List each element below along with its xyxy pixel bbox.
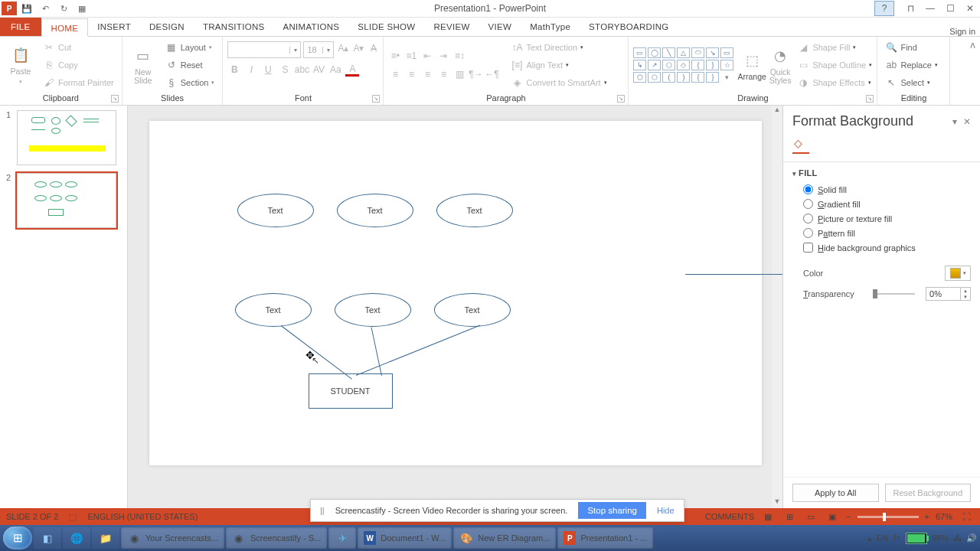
help-icon[interactable]: ? (874, 1, 894, 16)
start-slideshow-icon[interactable]: ▦ (74, 1, 90, 16)
underline-button[interactable]: U (261, 63, 275, 77)
gradient-fill-option[interactable]: Gradient fill (792, 197, 971, 211)
spacing-button[interactable]: AV (312, 63, 325, 77)
slide-counter[interactable]: SLIDE 2 OF 2 (6, 512, 58, 521)
fill-section-header[interactable]: FILL (792, 168, 971, 178)
find-button[interactable]: 🔍Find (882, 40, 940, 55)
arrange-button[interactable]: ⬚ Arrange (737, 50, 766, 81)
align-left-icon[interactable]: ≡ (388, 67, 402, 81)
smartart-button[interactable]: ◈Convert to SmartArt ▾ (508, 75, 609, 90)
tab-insert[interactable]: INSERT (88, 18, 140, 36)
spellcheck-icon[interactable]: ⬚ (69, 512, 77, 522)
indent-icon[interactable]: ⇥ (436, 49, 450, 63)
new-slide-button[interactable]: ▭ New Slide (127, 45, 159, 85)
tab-transitions[interactable]: TRANSITIONS (194, 18, 274, 36)
shape-outline-button[interactable]: ▭Shape Outline ▾ (794, 57, 875, 73)
clear-format-icon[interactable]: A̶ (367, 41, 381, 55)
zoom-slider[interactable] (858, 516, 919, 518)
justify-icon[interactable]: ≡ (436, 67, 450, 81)
italic-button[interactable]: I (244, 63, 258, 77)
taskbar-telegram[interactable]: ✈ (328, 527, 356, 549)
collapse-ribbon-icon[interactable]: ʌ (965, 37, 980, 105)
ribbon-options-icon[interactable]: ⊓ (900, 1, 920, 16)
pane-options-icon[interactable]: ▾ (952, 116, 957, 127)
line-spacing-icon[interactable]: ≡↕ (452, 49, 466, 63)
tab-storyboarding[interactable]: STORYBOARDING (580, 18, 678, 36)
taskbar-word[interactable]: WDocument1 - W... (358, 527, 452, 549)
hide-bg-graphics-check[interactable]: Hide background graphics (792, 240, 971, 255)
slide-canvas[interactable]: Text Text Text Text Text Text STUDENT ✥↖ (149, 121, 762, 465)
columns-icon[interactable]: ▥ (452, 67, 466, 81)
taskbar-paint[interactable]: 🎨New ER Diagram... (453, 527, 556, 549)
taskbar-pinned[interactable]: 📁 (92, 527, 119, 549)
numbering-icon[interactable]: ≡1 (404, 49, 418, 63)
reset-background-button[interactable]: Reset Background (885, 484, 972, 502)
scroll-down-icon[interactable]: ▼ (773, 497, 782, 508)
strike-button[interactable]: S (278, 63, 292, 77)
transparency-input[interactable]: ▲▼ (926, 287, 971, 301)
close-pane-icon[interactable]: ✕ (963, 116, 971, 127)
replace-button[interactable]: abReplace ▾ (882, 57, 940, 73)
normal-view-icon[interactable]: ▦ (760, 510, 776, 523)
undo-icon[interactable]: ↶ (37, 1, 54, 16)
cut-button[interactable]: ✂Cut (40, 40, 117, 55)
taskbar-powerpoint[interactable]: PPresentation1 - ... (557, 527, 653, 549)
shape-effects-button[interactable]: ◑Shape Effects ▾ (794, 75, 875, 90)
ellipse-shape[interactable]: Text (237, 194, 314, 227)
text-direction-button[interactable]: ↕AText Direction ▾ (508, 40, 609, 55)
font-color-button[interactable]: A (345, 63, 359, 77)
tab-file[interactable]: FILE (0, 18, 41, 36)
tray-chevron-icon[interactable]: ▴ (867, 533, 872, 543)
outdent-icon[interactable]: ⇤ (420, 49, 434, 63)
bullets-icon[interactable]: ≡• (388, 49, 402, 63)
select-button[interactable]: ↖Select ▾ (882, 75, 940, 90)
taskbar-chrome[interactable]: ◉Screencastify - S... (226, 527, 327, 549)
zoom-in-icon[interactable]: + (925, 512, 929, 521)
tab-design[interactable]: DESIGN (140, 18, 194, 36)
connector-line[interactable] (280, 325, 351, 380)
section-button[interactable]: §Section ▾ (162, 75, 218, 90)
start-button[interactable]: ⊞ (3, 527, 32, 549)
fill-tab-icon[interactable] (792, 137, 809, 154)
thumbnail-1[interactable]: 1 (6, 110, 121, 165)
paste-button[interactable]: 📋 Paste ▾ (5, 44, 37, 86)
taskbar-pinned[interactable]: ◧ (34, 527, 61, 549)
quick-styles-button[interactable]: ◔ Quick Styles (769, 45, 792, 85)
scroll-up-icon[interactable]: ▲ (773, 106, 782, 116)
apply-to-all-button[interactable]: Apply to All (792, 484, 879, 502)
ellipse-shape[interactable]: Text (335, 293, 411, 327)
bold-button[interactable]: B (227, 63, 241, 77)
hide-banner-button[interactable]: Hide (657, 506, 675, 515)
zoom-out-icon[interactable]: − (846, 512, 851, 521)
vertical-scrollbar[interactable]: ▲▼ (772, 106, 782, 508)
copy-button[interactable]: ⎘Copy (40, 57, 117, 73)
thumbnail-2[interactable]: 2 (6, 173, 121, 228)
minimize-button[interactable]: — (920, 1, 940, 16)
picture-fill-option[interactable]: Picture or texture fill (792, 211, 971, 226)
stop-sharing-button[interactable]: Stop sharing (578, 502, 646, 519)
battery-icon[interactable] (906, 533, 927, 544)
font-name-input[interactable]: ▾ (227, 41, 301, 58)
ellipse-shape[interactable]: Text (235, 293, 312, 327)
tray-flag-icon[interactable]: 🏳 (893, 533, 901, 543)
ltr-icon[interactable]: ¶→ (469, 67, 482, 81)
shadow-button[interactable]: abc (295, 63, 309, 77)
tab-animations[interactable]: ANIMATIONS (274, 18, 349, 36)
redo-icon[interactable]: ↻ (55, 1, 72, 16)
tab-slideshow[interactable]: SLIDE SHOW (348, 18, 424, 36)
shape-fill-button[interactable]: ◢Shape Fill ▾ (794, 40, 875, 55)
tab-mathtype[interactable]: MathType (521, 18, 580, 36)
dialog-launcher-icon[interactable]: ↘ (111, 95, 119, 103)
zoom-level[interactable]: 67% (936, 512, 952, 521)
language-indicator[interactable]: ENGLISH (UNITED STATES) (87, 512, 198, 521)
taskbar-chrome[interactable]: ◉Your Screencasts... (121, 527, 224, 549)
format-painter-button[interactable]: 🖌Format Painter (40, 75, 117, 90)
shapes-gallery[interactable]: ▭◯╲△⬭↘▭ ↳↗⬡◇{}☆ ⬠⬡(){}▾ (633, 47, 734, 83)
fit-to-window-icon[interactable]: ⛶ (959, 510, 974, 523)
reset-button[interactable]: ↺Reset (162, 57, 218, 73)
dialog-launcher-icon[interactable]: ↘ (372, 95, 380, 103)
grow-font-icon[interactable]: A▴ (336, 41, 350, 55)
align-text-button[interactable]: [≡]Align Text ▾ (508, 57, 609, 73)
close-button[interactable]: ✕ (960, 1, 980, 16)
tray-network-icon[interactable]: 🖧 (953, 533, 962, 543)
